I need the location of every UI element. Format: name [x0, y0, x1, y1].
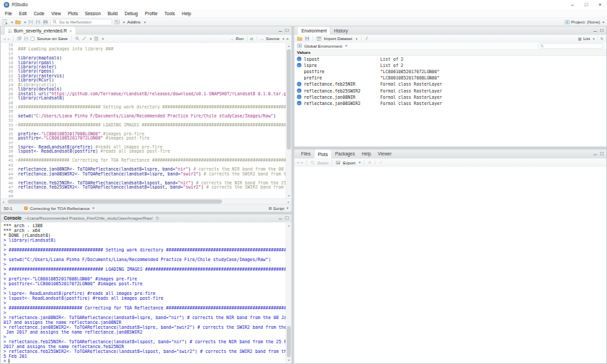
save-all-icon[interactable]: [36, 19, 41, 24]
object-expander-icon[interactable]: ▸: [297, 88, 302, 93]
menu-item[interactable]: Debug: [121, 10, 141, 18]
load-workspace-icon[interactable]: [297, 37, 303, 41]
source-on-save-checkbox[interactable]: [31, 37, 35, 41]
addins-button[interactable]: Addins: [127, 19, 140, 24]
scrollbar-thumb[interactable]: [287, 326, 291, 357]
chevron-down-icon[interactable]: ▾: [123, 20, 125, 24]
scrollbar-thumb[interactable]: [8, 200, 222, 204]
object-expander-icon[interactable]: ▸: [297, 57, 302, 61]
new-file-icon[interactable]: [3, 19, 8, 25]
chevron-down-icon[interactable]: ▾: [355, 37, 357, 41]
environment-pane-tab[interactable]: Environment: [298, 27, 330, 35]
scroll-down-icon[interactable]: ▾: [286, 358, 292, 363]
chevron-down-icon[interactable]: ▾: [11, 20, 13, 24]
chevron-down-icon[interactable]: ▾: [144, 20, 146, 24]
goto-directory-icon[interactable]: [156, 216, 160, 220]
menu-item[interactable]: Help: [178, 10, 194, 18]
environment-object-row[interactable]: ▸ reflectance.feb25SWIR2 Formal class Ra…: [295, 87, 607, 93]
popout-window-icon[interactable]: [17, 37, 22, 41]
environment-pane-tab[interactable]: History: [330, 26, 351, 35]
chevron-down-icon[interactable]: ▾: [592, 37, 595, 41]
menu-item[interactable]: Code: [30, 10, 48, 18]
environment-search-input[interactable]: [545, 44, 601, 48]
window-close-icon[interactable]: ×: [593, 0, 607, 10]
export-button[interactable]: Export: [343, 160, 355, 165]
environment-object-row[interactable]: ▸ reflectance.jan08NIR Formal class Rast…: [295, 94, 607, 100]
minimize-pane-icon[interactable]: [279, 216, 283, 220]
scroll-up-icon[interactable]: ▴: [286, 44, 292, 48]
project-menu-button[interactable]: R Project: (None) ▾: [564, 18, 604, 26]
code-tools-wand-icon[interactable]: [82, 37, 87, 41]
zoom-button[interactable]: Zoom: [317, 160, 328, 165]
close-icon[interactable]: ×: [70, 28, 73, 33]
environment-object-row[interactable]: ▸ reflectance.feb25NIR Formal class Rast…: [295, 81, 607, 87]
forward-icon[interactable]: ▸: [8, 37, 10, 41]
console-output[interactable]: *** arch - i386*** arch - x64* DONE (rLa…: [1, 222, 286, 364]
editor-vertical-scrollbar[interactable]: ▴ ▾: [286, 43, 292, 199]
print-icon[interactable]: [43, 20, 48, 25]
next-plot-icon[interactable]: ▸: [301, 160, 304, 165]
menu-item[interactable]: Build: [104, 10, 121, 18]
chevron-down-icon[interactable]: ▾: [24, 20, 26, 24]
scroll-down-icon[interactable]: ▾: [286, 193, 292, 198]
environment-object-row[interactable]: ▸ lspost List of 2: [295, 56, 607, 62]
clear-plots-broom-icon[interactable]: [379, 160, 384, 165]
maximize-pane-icon[interactable]: [285, 216, 289, 220]
run-button[interactable]: Run: [236, 36, 243, 41]
menu-item[interactable]: Profile: [141, 10, 160, 18]
minimize-pane-icon[interactable]: [593, 152, 597, 155]
maximize-pane-icon[interactable]: [600, 152, 604, 155]
chevron-down-icon[interactable]: ▾: [90, 37, 92, 41]
menu-item[interactable]: Edit: [15, 10, 30, 18]
list-view-button[interactable]: List: [583, 36, 590, 41]
files-pane-tab[interactable]: Viewer: [375, 149, 395, 158]
tab-burn-severity-extended[interactable]: R Burn_severity_extended.R ×: [4, 27, 76, 35]
scrollbar-thumb[interactable]: [287, 50, 291, 150]
remove-plot-icon[interactable]: [368, 161, 372, 165]
object-expander-icon[interactable]: ▸: [297, 101, 302, 106]
save-workspace-icon[interactable]: [305, 37, 310, 41]
code-editor[interactable]: 1516### Loading packages into library ##…: [1, 43, 286, 199]
rerun-icon[interactable]: ⇄: [250, 37, 254, 41]
open-project-icon[interactable]: [15, 20, 21, 25]
chevron-down-icon[interactable]: ▾: [345, 44, 347, 48]
maximize-pane-icon[interactable]: [285, 29, 289, 32]
object-expander-icon[interactable]: ▸: [297, 95, 302, 99]
environment-object-row[interactable]: ▸ postfire "LC80010852017072LGN00": [295, 68, 607, 75]
object-expander-icon[interactable]: ▸: [297, 82, 302, 87]
files-pane-tab[interactable]: Files: [298, 149, 315, 158]
chevron-down-icon[interactable]: ▾: [283, 37, 285, 41]
previous-plot-icon[interactable]: ◂: [297, 160, 299, 165]
chevron-down-icon[interactable]: ▾: [102, 37, 104, 41]
menu-item[interactable]: Session: [82, 10, 104, 18]
menu-item[interactable]: View: [48, 10, 64, 18]
files-pane-tab[interactable]: Plots: [314, 150, 331, 159]
import-dataset-button[interactable]: Import Dataset: [324, 36, 353, 41]
back-icon[interactable]: ◂: [3, 37, 6, 41]
scroll-left-icon[interactable]: ◂: [1, 200, 6, 204]
goto-file-search[interactable]: [50, 19, 112, 25]
window-minimize-icon[interactable]: –: [566, 0, 579, 10]
minimize-pane-icon[interactable]: [593, 29, 597, 32]
minimize-pane-icon[interactable]: [279, 29, 283, 32]
menu-item[interactable]: File: [1, 10, 15, 18]
console-vertical-scrollbar[interactable]: ▴ ▾: [286, 222, 292, 364]
environment-object-row[interactable]: ▸ prefire "LC80010852017008LGN00": [295, 75, 607, 81]
window-maximize-icon[interactable]: □: [579, 0, 593, 10]
section-navigator[interactable]: Correcting for TOA Reflectance ▾: [24, 206, 95, 211]
save-icon[interactable]: [28, 19, 33, 24]
source-button[interactable]: Source: [265, 36, 279, 41]
scope-selector[interactable]: Global Environment: [304, 44, 342, 48]
menu-item[interactable]: Plots: [64, 10, 81, 18]
environment-object-row[interactable]: ▸ reflectance.jan08SWIR2 Formal class Ra…: [295, 100, 607, 106]
save-icon[interactable]: [24, 37, 29, 41]
find-replace-icon[interactable]: [75, 37, 80, 41]
compile-report-icon[interactable]: [94, 37, 99, 41]
menu-item[interactable]: Tools: [161, 10, 178, 18]
environment-object-row[interactable]: ▸ lspre List of 2: [295, 62, 607, 68]
scroll-right-icon[interactable]: ▸: [286, 200, 292, 204]
editor-horizontal-scrollbar[interactable]: ◂ ▸: [1, 199, 292, 204]
document-outline-icon[interactable]: ≡: [286, 37, 288, 41]
files-pane-tab[interactable]: Help: [358, 149, 374, 158]
chevron-down-icon[interactable]: ▾: [359, 161, 361, 165]
